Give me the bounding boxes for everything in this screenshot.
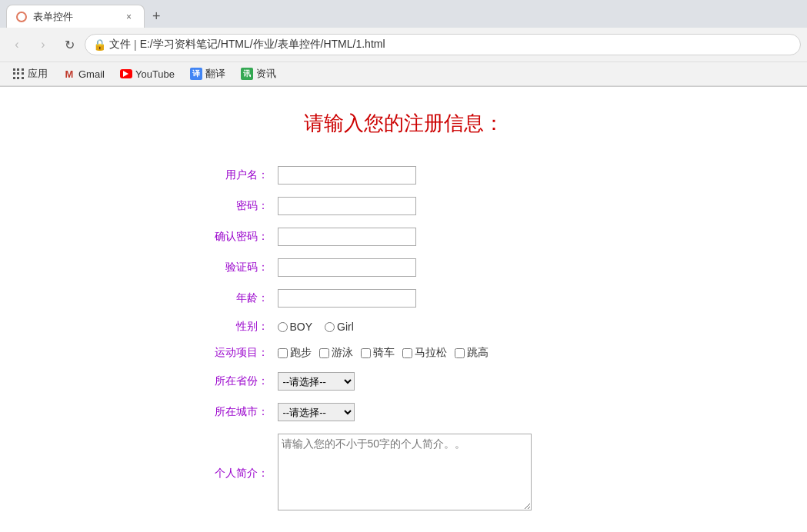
password-label: 密码：: [204, 191, 273, 221]
age-input[interactable]: [278, 289, 416, 308]
sport-run-checkbox[interactable]: [278, 348, 288, 358]
captcha-input[interactable]: [278, 258, 416, 277]
back-button[interactable]: ‹: [6, 34, 28, 55]
sports-label: 运动项目：: [204, 340, 273, 366]
confirm-password-row: 确认密码：: [204, 221, 604, 252]
bio-row: 个人简介：: [204, 427, 604, 519]
sport-swim-text: 游泳: [332, 346, 353, 360]
sport-marathon-checkbox[interactable]: [402, 348, 412, 358]
sport-run-text: 跑步: [290, 346, 312, 360]
captcha-label: 验证码：: [204, 252, 273, 283]
bookmark-news-label: 资讯: [256, 67, 276, 81]
tab-title: 表单控件: [33, 10, 73, 24]
gender-boy-label[interactable]: BOY: [278, 321, 313, 333]
captcha-row: 验证码：: [204, 252, 604, 283]
sport-jump-text: 跳高: [467, 346, 489, 360]
gender-girl-label[interactable]: Girl: [325, 321, 354, 333]
bookmarks-bar: 应用 M Gmail YouTube 译 翻译: [0, 62, 807, 86]
city-row: 所在城市： --请选择-- 北京市 上海市 广州市 杭州市 南京市: [204, 397, 604, 427]
bookmark-gmail-label: Gmail: [78, 68, 105, 80]
address-bar[interactable]: 🔒 文件 | E:/学习资料笔记/HTML/作业/表单控件/HTML/1.htm…: [85, 34, 801, 55]
sport-marathon-text: 马拉松: [415, 346, 447, 360]
bio-textarea[interactable]: [278, 434, 532, 510]
address-bar-row: ‹ › ↻ 🔒 文件 | E:/学习资料笔记/HTML/作业/表单控件/HTML…: [0, 28, 807, 62]
confirm-password-input[interactable]: [278, 228, 416, 246]
username-row: 用户名：: [204, 160, 604, 191]
url-text: E:/学习资料笔记/HTML/作业/表单控件/HTML/1.html: [140, 38, 385, 52]
bookmark-youtube[interactable]: YouTube: [114, 66, 181, 81]
bio-label: 个人简介：: [204, 427, 273, 519]
refresh-button[interactable]: ↻: [58, 34, 80, 55]
province-label: 所在省份：: [204, 366, 273, 397]
apps-icon: [12, 68, 25, 80]
youtube-icon: [120, 68, 132, 80]
gender-group: BOY Girl: [278, 321, 599, 333]
gender-boy-radio[interactable]: [278, 322, 288, 332]
active-tab[interactable]: 表单控件 ×: [6, 5, 145, 28]
news-icon: 讯: [241, 68, 253, 80]
username-input[interactable]: [278, 166, 416, 185]
new-tab-button[interactable]: +: [148, 9, 165, 23]
registration-form: 用户名： 密码： 确认密码： 验证码： 年龄：: [204, 160, 604, 519]
sport-cycle-label[interactable]: 骑车: [361, 346, 395, 360]
sport-swim-checkbox[interactable]: [319, 348, 329, 358]
bookmark-apps[interactable]: 应用: [6, 65, 54, 82]
forward-button[interactable]: ›: [32, 34, 54, 55]
translate-icon: 译: [190, 68, 202, 80]
confirm-password-label: 确认密码：: [204, 221, 273, 252]
bookmark-youtube-label: YouTube: [135, 68, 175, 80]
gender-girl-radio[interactable]: [325, 322, 335, 332]
page-content: 请输入您的注册信息： 用户名： 密码： 确认密码： 验证码：: [0, 87, 807, 532]
bookmark-translate[interactable]: 译 翻译: [184, 65, 232, 82]
gender-label: 性别：: [204, 314, 273, 340]
bookmark-translate-label: 翻译: [205, 67, 225, 81]
gender-girl-text: Girl: [337, 321, 354, 333]
username-label: 用户名：: [204, 160, 273, 191]
tab-favicon: [16, 12, 27, 22]
file-label: 文件: [109, 38, 131, 52]
sports-row: 运动项目： 跑步 游泳 骑车: [204, 340, 604, 366]
province-row: 所在省份： --请选择-- 北京 上海 广东 浙江 江苏: [204, 366, 604, 397]
province-select[interactable]: --请选择-- 北京 上海 广东 浙江 江苏: [278, 372, 355, 391]
password-input[interactable]: [278, 197, 416, 215]
sport-swim-label[interactable]: 游泳: [319, 346, 353, 360]
sport-run-label[interactable]: 跑步: [278, 346, 312, 360]
gender-row: 性别： BOY Girl: [204, 314, 604, 340]
gender-boy-text: BOY: [290, 321, 313, 333]
password-row: 密码：: [204, 191, 604, 221]
age-row: 年龄：: [204, 283, 604, 314]
age-label: 年龄：: [204, 283, 273, 314]
bookmark-news[interactable]: 讯 资讯: [235, 65, 282, 82]
tab-close-button[interactable]: ×: [123, 10, 135, 24]
page-title: 请输入您的注册信息：: [304, 110, 504, 137]
city-label: 所在城市：: [204, 397, 273, 427]
sport-jump-label[interactable]: 跳高: [455, 346, 489, 360]
lock-icon: 🔒: [93, 38, 106, 51]
sport-cycle-checkbox[interactable]: [361, 348, 371, 358]
city-select[interactable]: --请选择-- 北京市 上海市 广州市 杭州市 南京市: [278, 403, 355, 421]
sport-marathon-label[interactable]: 马拉松: [402, 346, 447, 360]
bookmark-gmail[interactable]: M Gmail: [57, 66, 111, 81]
sports-group: 跑步 游泳 骑车 马拉松: [278, 346, 599, 360]
sport-jump-checkbox[interactable]: [455, 348, 465, 358]
sport-cycle-text: 骑车: [373, 346, 395, 360]
gmail-icon: M: [63, 68, 75, 80]
bookmark-apps-label: 应用: [28, 67, 48, 81]
tab-bar: 表单控件 × +: [0, 0, 807, 28]
